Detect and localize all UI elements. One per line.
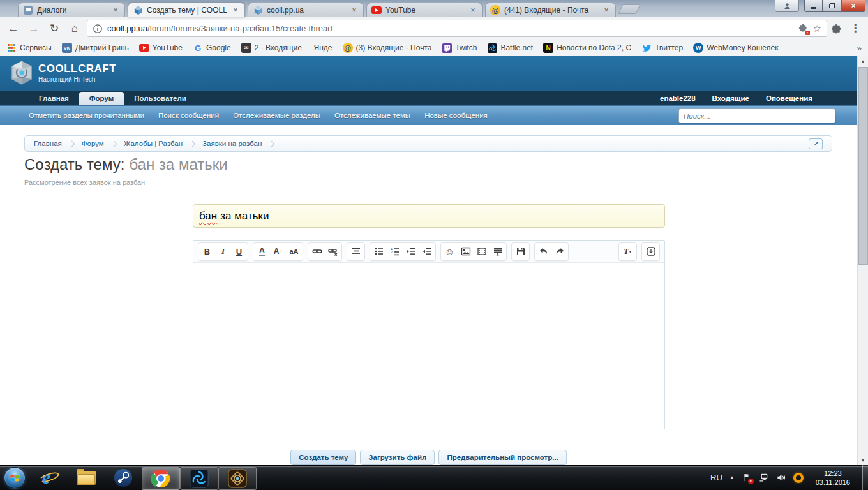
taskbar-chrome[interactable] (142, 467, 180, 490)
taskbar-internet-explorer[interactable]: e (31, 466, 68, 490)
bookmark-battlenet[interactable]: Battle.net (487, 43, 533, 53)
font-family-button[interactable]: aA (286, 244, 302, 260)
site-logo[interactable]: COOLLCRAFT Настоящий Hi-Tech (10, 60, 116, 85)
page-scrollbar[interactable]: ▲ ▼ (857, 56, 868, 465)
tab-mail[interactable]: @ (441) Входящие - Почта × (485, 3, 616, 17)
nav-tab-forum[interactable]: Форум (79, 92, 124, 105)
bookmark-twitter[interactable]: Твиттер (641, 43, 683, 53)
home-button[interactable]: ⌂ (66, 20, 83, 37)
close-button[interactable]: × (841, 0, 865, 12)
create-thread-button[interactable]: Создать тему (290, 450, 356, 465)
subnav-watched-forums[interactable]: Отслеживаемые разделы (233, 112, 320, 119)
tab-coollpp[interactable]: cooll.pp.ua × (248, 3, 364, 17)
tab-create-thread[interactable]: Создать тему | COOLL C × (128, 3, 245, 17)
editor-body[interactable] (193, 263, 664, 429)
inbox-link[interactable]: Входящие (712, 94, 749, 102)
tab-close-icon[interactable]: × (350, 6, 359, 15)
undo-button[interactable] (535, 244, 551, 260)
subnav-mark-read[interactable]: Отметить разделы прочитанными (29, 112, 144, 119)
tab-youtube[interactable]: YouTube × (366, 3, 483, 17)
page-info-icon[interactable] (93, 24, 103, 34)
insert-image-button[interactable] (458, 244, 474, 260)
indent-button[interactable] (419, 244, 435, 260)
subnav-new-posts[interactable]: Новые сообщения (424, 112, 488, 119)
scroll-up-icon[interactable]: ▲ (858, 56, 868, 66)
bookmark-youtube[interactable]: YouTube (139, 43, 183, 53)
adblock-extension-icon[interactable]: × (798, 24, 809, 34)
thread-title-input[interactable]: бан за матьки (193, 204, 665, 228)
start-button[interactable] (4, 467, 26, 489)
breadcrumb-forum[interactable]: Форум (82, 140, 104, 147)
account-link[interactable]: enable228 (660, 94, 696, 102)
unlink-button[interactable] (325, 244, 341, 260)
bold-button[interactable]: B (199, 244, 215, 260)
bookmark-dota-news[interactable]: N Новости по Dota 2, C (543, 43, 631, 53)
tab-close-icon[interactable]: × (111, 6, 120, 15)
alignment-button[interactable] (348, 244, 364, 260)
italic-button[interactable]: I (215, 244, 231, 260)
font-size-button[interactable]: A↕ (270, 244, 286, 260)
taskbar-steam[interactable] (105, 466, 142, 490)
bookmark-services[interactable]: Сервисы (6, 43, 52, 53)
chrome-menu-icon[interactable]: ⋮ (848, 22, 863, 34)
bookmark-webmoney[interactable]: W WebMoney Кошелёк (693, 43, 778, 53)
subnav-search-posts[interactable]: Поиск сообщений (158, 112, 219, 119)
preview-button[interactable]: Предварительный просмотр... (438, 450, 566, 465)
redo-button[interactable] (551, 244, 567, 260)
quick-jump-button[interactable]: ↗ (809, 138, 823, 149)
taskbar-hearthstone[interactable] (218, 467, 257, 490)
volume-icon[interactable] (776, 473, 786, 483)
taskbar-clock[interactable]: 12:23 03.11.2016 (811, 469, 855, 487)
toggle-bbcode-button[interactable] (643, 244, 659, 260)
nav-tab-users[interactable]: Пользователи (124, 92, 197, 105)
text-color-button[interactable]: A (259, 247, 265, 256)
bookmark-mailru[interactable]: @ (3) Входящие - Почта (343, 43, 432, 53)
breadcrumb-unban-requests[interactable]: Заявки на разбан (202, 140, 262, 147)
forward-button[interactable]: → (26, 20, 42, 37)
address-bar[interactable]: cooll.pp.ua/forum/forums/Заявки-на-разба… (87, 20, 827, 37)
subnav-watched-threads[interactable]: Отслеживаемые темы (334, 112, 410, 119)
bookmark-star-icon[interactable]: ☆ (813, 23, 821, 34)
scrollbar-thumb[interactable] (858, 67, 868, 265)
show-desktop-button[interactable] (862, 465, 868, 490)
site-search[interactable] (678, 108, 835, 123)
remove-formatting-button[interactable]: Tx (620, 244, 636, 260)
underline-button[interactable]: U (231, 244, 247, 260)
bookmark-google[interactable]: G Google (193, 43, 231, 53)
insert-quote-button[interactable] (490, 244, 505, 260)
tab-dialogs[interactable]: Диалоги × (18, 3, 125, 17)
search-input[interactable] (684, 109, 830, 122)
action-center-flag-icon[interactable]: × (742, 473, 752, 483)
taskbar-explorer[interactable] (68, 466, 105, 490)
outdent-button[interactable] (403, 244, 419, 260)
network-icon[interactable] (759, 473, 769, 483)
bookmarks-overflow-chevron[interactable]: » (857, 43, 862, 53)
breadcrumb-complaints[interactable]: Жалобы | Разбан (124, 140, 183, 147)
nav-tab-home[interactable]: Главная (29, 92, 79, 105)
bookmark-vk-profile[interactable]: VK Дмитрий Гринь (62, 43, 129, 53)
tab-close-icon[interactable]: × (468, 6, 477, 15)
new-tab-button[interactable] (618, 4, 641, 14)
back-button[interactable]: ← (5, 20, 22, 37)
insert-link-button[interactable] (309, 244, 325, 260)
upload-file-button[interactable]: Загрузить файл (360, 450, 435, 465)
reload-button[interactable]: ↻ (46, 20, 63, 37)
minimize-button[interactable] (804, 0, 823, 12)
bookmark-yandex-mail[interactable]: ✉ 2 · Входящие — Янде (241, 43, 333, 53)
bulleted-list-button[interactable] (371, 244, 387, 260)
insert-media-button[interactable] (474, 244, 490, 260)
bookmark-twitch[interactable]: Twitch (442, 43, 477, 53)
language-indicator[interactable]: RU (710, 473, 722, 482)
save-draft-button[interactable] (513, 244, 528, 260)
numbered-list-button[interactable]: 12 (387, 244, 403, 260)
hidden-icons-arrow[interactable]: ▲ (730, 475, 735, 480)
alerts-link[interactable]: Оповещения (766, 94, 812, 102)
profile-button[interactable] (775, 0, 799, 12)
smiley-button[interactable]: ☺ (442, 244, 458, 260)
tab-close-icon[interactable]: × (602, 6, 611, 15)
breadcrumb-home[interactable]: Главная (34, 140, 62, 147)
scroll-down-icon[interactable]: ▼ (858, 455, 868, 465)
extension-puzzle-icon[interactable] (831, 24, 844, 34)
tab-close-icon[interactable]: × (231, 6, 240, 15)
antivirus-tray-icon[interactable] (793, 473, 804, 483)
